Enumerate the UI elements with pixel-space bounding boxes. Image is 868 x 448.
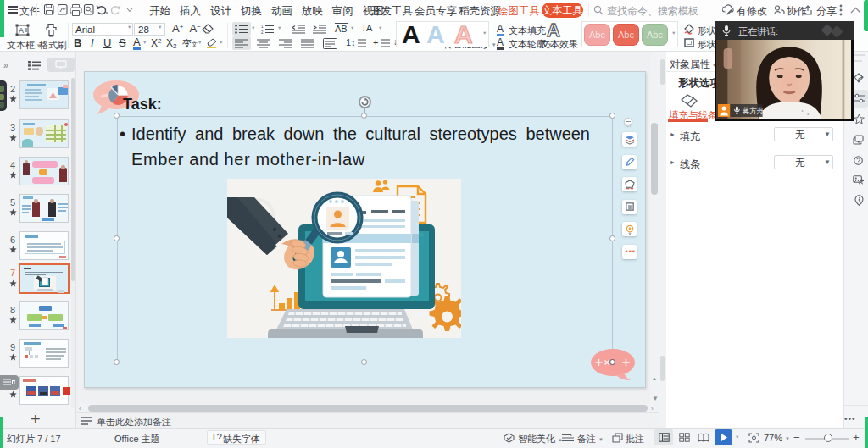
svg-text:2: 2 bbox=[261, 30, 264, 34]
svg-text:蒋方舟: 蒋方舟 bbox=[743, 107, 765, 115]
svg-text:1: 1 bbox=[261, 25, 264, 29]
svg-text:A: A bbox=[19, 26, 24, 35]
